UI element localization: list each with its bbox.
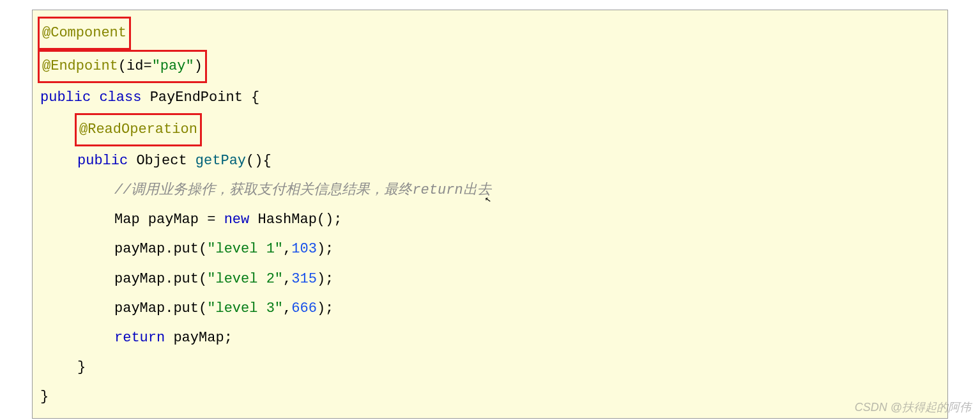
code-line-5: public Object getPay(){ [40, 146, 941, 176]
code-line-6: //调用业务操作，获取支付相关信息结果，最终return出去 [40, 176, 941, 205]
code-line-9: payMap.put("level 2",315); [40, 265, 941, 294]
code-line-10: payMap.put("level 3",666); [40, 294, 941, 323]
highlight-component: @Component [38, 17, 131, 50]
highlight-readoperation: @ReadOperation [75, 113, 202, 146]
code-block: @Component @Endpoint(id="pay") public cl… [32, 10, 948, 419]
code-line-11: return payMap; [40, 323, 941, 353]
code-line-12: } [40, 353, 941, 382]
code-line-13: } [40, 382, 941, 412]
code-line-7: Map payMap = new HashMap(); [40, 205, 941, 235]
code-line-8: payMap.put("level 1",103); [40, 235, 941, 264]
code-line-4: @ReadOperation [40, 113, 941, 146]
code-line-2: @Endpoint(id="pay") [40, 50, 941, 83]
code-line-1: @Component [40, 17, 941, 50]
highlight-endpoint: @Endpoint(id="pay") [38, 50, 207, 83]
code-line-3: public class PayEndPoint { [40, 83, 941, 113]
